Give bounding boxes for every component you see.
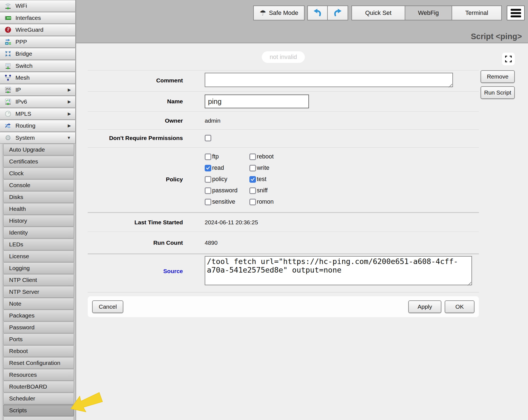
name-field[interactable] [205, 95, 309, 108]
switch-icon [4, 62, 12, 69]
sidebar-item-scripts[interactable]: Scripts [3, 405, 74, 416]
source-row: Source /tool fetch url="https://hc-ping.… [88, 254, 479, 292]
policy-checkbox[interactable] [205, 176, 211, 183]
toolbar: ☂ Safe Mode Quick Set WebFig Terminal [76, 6, 528, 20]
comment-row: Comment [88, 70, 479, 91]
romon-checkbox[interactable] [249, 199, 256, 205]
hamburger-menu-button[interactable] [507, 6, 525, 20]
ppp-icon [4, 38, 12, 45]
sidebar-item-wifi[interactable]: WiFi [0, 0, 76, 12]
sidebar-item-logging[interactable]: Logging [3, 262, 74, 274]
sidebar-item-system[interactable]: ⚙ System ▼ [0, 132, 76, 144]
submenu-arrow-icon: ▶ [68, 87, 75, 92]
sidebar-item-label: WiFi [15, 2, 27, 9]
apply-button[interactable]: Apply [408, 300, 441, 313]
sidebar-item-note[interactable]: Note [3, 298, 74, 309]
form-button-bar: Cancel Apply OK [88, 296, 479, 317]
reboot-checkbox[interactable] [249, 154, 256, 160]
tab-terminal[interactable]: Terminal [452, 6, 502, 20]
sidebar-item-ports[interactable]: Ports [3, 333, 74, 345]
policy-option-ftp: ftp [205, 151, 249, 162]
svg-text:255: 255 [6, 87, 10, 90]
ok-button[interactable]: OK [445, 300, 474, 313]
sniff-checkbox[interactable] [249, 187, 256, 194]
redo-button[interactable] [327, 6, 348, 20]
sidebar-item-shutdown[interactable]: Shutdown [3, 416, 74, 420]
sidebar-item-ipv6[interactable]: 6 IPv6 ▶ [0, 96, 76, 108]
sidebar-item-resources[interactable]: Resources [3, 369, 74, 381]
fullscreen-button[interactable] [502, 53, 515, 65]
write-checkbox[interactable] [249, 165, 256, 171]
sensitive-checkbox[interactable] [205, 199, 211, 205]
sidebar-item-auto-upgrade[interactable]: Auto Upgrade [3, 144, 74, 155]
sidebar-item-label: Routing [15, 122, 35, 129]
sidebar-item-reset-configuration[interactable]: Reset Configuration [3, 357, 74, 369]
sidebar-item-license[interactable]: License [3, 251, 74, 262]
sidebar: WiFi Interfaces WireGuard PPP Bridge Swi… [0, 0, 76, 420]
policy-checkbox-grid: ftp reboot read write policy test passwo… [205, 151, 310, 208]
sidebar-item-history[interactable]: History [3, 215, 74, 227]
sidebar-item-label: Interfaces [15, 15, 41, 21]
sidebar-item-label: MPLS [15, 111, 31, 117]
sidebar-item-ip[interactable]: 255 IP ▶ [0, 84, 76, 96]
sidebar-item-mpls[interactable]: MPLS ▶ [0, 108, 76, 120]
status-badge: not invalid [262, 51, 305, 63]
hamburger-icon [511, 9, 521, 11]
ftp-checkbox[interactable] [205, 154, 211, 160]
sidebar-item-reboot[interactable]: Reboot [3, 345, 74, 357]
undo-icon [313, 7, 322, 18]
sidebar-item-health[interactable]: Health [3, 203, 74, 215]
sidebar-item-interfaces[interactable]: Interfaces [0, 12, 76, 24]
sidebar-item-ntp-server[interactable]: NTP Server [3, 286, 74, 298]
sidebar-item-ntp-client[interactable]: NTP Client [3, 274, 74, 286]
tab-quick-set[interactable]: Quick Set [351, 6, 405, 20]
policy-option-reboot: reboot [249, 151, 310, 162]
policy-option-password: password [205, 185, 249, 196]
wifi-icon [4, 2, 12, 9]
comment-label: Comment [88, 77, 205, 84]
sidebar-item-label: IP [15, 87, 21, 93]
remove-button[interactable]: Remove [481, 70, 515, 83]
sidebar-item-wireguard[interactable]: WireGuard [0, 24, 76, 36]
sidebar-item-routerboard[interactable]: RouterBOARD [3, 381, 74, 392]
source-label: Source [88, 268, 205, 274]
sidebar-item-clock[interactable]: Clock [3, 168, 74, 179]
comment-field[interactable] [205, 73, 453, 87]
sidebar-item-bridge[interactable]: Bridge [0, 48, 76, 60]
submenu-arrow-icon: ▶ [68, 111, 75, 116]
policy-row: Policy ftp reboot read write policy test… [88, 147, 479, 212]
sidebar-item-label: Switch [15, 63, 33, 69]
undo-button[interactable] [307, 6, 328, 20]
sidebar-item-disks[interactable]: Disks [3, 191, 74, 203]
mesh-icon [4, 74, 12, 81]
sidebar-item-label: PPP [15, 39, 27, 45]
safe-mode-button[interactable]: ☂ Safe Mode [253, 6, 305, 20]
last-time-started-label: Last Time Started [88, 219, 205, 226]
tab-webfig-active[interactable]: WebFig [405, 6, 452, 20]
password-checkbox[interactable] [205, 187, 211, 194]
last-time-started-row: Last Time Started 2024-06-11 20:36:25 [88, 212, 479, 232]
test-checkbox[interactable] [249, 176, 256, 183]
dont-require-permissions-checkbox[interactable] [205, 135, 211, 141]
sidebar-item-label: WireGuard [15, 26, 44, 33]
sidebar-item-console[interactable]: Console [3, 179, 74, 191]
read-checkbox[interactable] [205, 165, 211, 171]
sidebar-item-ppp[interactable]: PPP [0, 36, 76, 48]
run-script-button[interactable]: Run Script [481, 86, 515, 99]
sidebar-item-identity[interactable]: Identity [3, 227, 74, 238]
source-field[interactable]: /tool fetch url="https://hc-ping.com/620… [205, 256, 472, 285]
cancel-button[interactable]: Cancel [92, 300, 123, 313]
sidebar-item-packages[interactable]: Packages [3, 310, 74, 321]
policy-option-sniff: sniff [249, 185, 310, 196]
sidebar-item-label: IPv6 [15, 98, 27, 105]
sidebar-item-password[interactable]: Password [3, 322, 74, 333]
mpls-icon [4, 110, 12, 117]
sidebar-item-switch[interactable]: Switch [0, 60, 76, 72]
sidebar-item-leds[interactable]: LEDs [3, 239, 74, 250]
sidebar-item-scheduler[interactable]: Scheduler [3, 393, 74, 404]
system-submenu: Auto Upgrade Certificates Clock Console … [1, 144, 76, 420]
sidebar-item-mesh[interactable]: Mesh [0, 72, 76, 84]
sidebar-item-certificates[interactable]: Certificates [3, 156, 74, 167]
sidebar-item-routing[interactable]: Routing ▶ [0, 120, 76, 132]
main-content: Remove Run Script not invalid Comment Na… [76, 44, 528, 420]
